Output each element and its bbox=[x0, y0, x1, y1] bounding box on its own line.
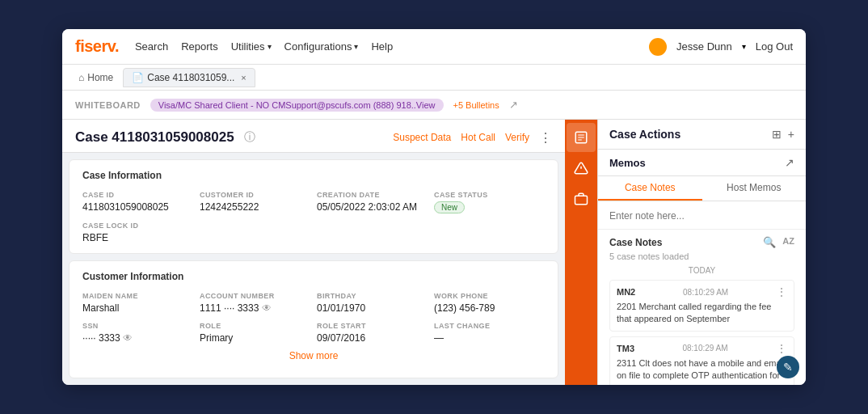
case-lock-id-label: CASE LOCK ID bbox=[82, 222, 193, 230]
note-text: 2201 Merchant called regarding the fee t… bbox=[617, 301, 787, 326]
sidebar-icons bbox=[565, 120, 597, 385]
case-title: Case 4118031059008025 bbox=[75, 129, 234, 146]
birthday-label: BIRTHDAY bbox=[317, 292, 428, 300]
external-link-icon[interactable]: ↗ bbox=[509, 99, 518, 111]
nav-utilities[interactable]: Utilities ▾ bbox=[231, 40, 272, 53]
note-item-header: MN2 08:10:29 AM ⋮ bbox=[617, 285, 787, 298]
hot-call-link[interactable]: Hot Call bbox=[461, 132, 495, 143]
tab-case[interactable]: 📄 Case 4118031059... × bbox=[123, 68, 255, 87]
tab-case-notes[interactable]: Case Notes bbox=[598, 176, 702, 201]
case-header: Case 4118031059008025 ⓘ Suspect Data Hot… bbox=[62, 120, 565, 153]
role-start-field: ROLE START 09/07/2016 bbox=[317, 322, 428, 344]
sort-az-icon[interactable]: AZ bbox=[782, 236, 794, 248]
tab-home[interactable]: ⌂ Home bbox=[72, 69, 120, 87]
customer-id-field: CUSTOMER ID 12424255222 bbox=[200, 191, 310, 213]
add-note-fab-button[interactable]: ✎ bbox=[777, 356, 799, 378]
whiteboard-label: WHITEBOARD bbox=[75, 100, 141, 110]
case-actions-row: Suspect Data Hot Call Verify ⋮ bbox=[393, 130, 552, 146]
ssn-value: ····· 3333 👁 bbox=[82, 332, 193, 344]
case-lock-id-value: RBFE bbox=[82, 232, 193, 243]
note-text: 2311 Clt does not have a mobile and emai… bbox=[617, 357, 787, 385]
status-badge: New bbox=[434, 201, 465, 213]
maiden-name-field: MAIDEN NAME Marshall bbox=[82, 292, 193, 314]
note-more-icon[interactable]: ⋮ bbox=[776, 342, 787, 355]
note-input-container bbox=[598, 201, 806, 230]
ssn-eye-icon[interactable]: 👁 bbox=[123, 332, 133, 344]
utilities-chevron-icon: ▾ bbox=[268, 42, 272, 51]
case-information-card: Case Information CASE ID 411803105900802… bbox=[69, 159, 558, 254]
case-id-value: 4118031059008025 bbox=[82, 201, 193, 213]
notes-loaded-count: 5 case notes loaded bbox=[609, 251, 794, 261]
tab-host-memos[interactable]: Host Memos bbox=[702, 176, 807, 201]
memos-header: Memos ↗ bbox=[598, 150, 806, 176]
nav-search[interactable]: Search bbox=[135, 40, 168, 53]
customer-id-value: 12424255222 bbox=[200, 201, 310, 213]
note-item-header: TM3 08:10:29 AM ⋮ bbox=[617, 342, 787, 355]
account-number-label: ACCOUNT NUMBER bbox=[200, 292, 310, 300]
maiden-name-value: Marshall bbox=[82, 302, 193, 314]
note-item: TM3 08:10:29 AM ⋮ 2311 Clt does not have… bbox=[609, 336, 794, 385]
memos-external-link-icon[interactable]: ↗ bbox=[785, 156, 794, 169]
case-id-field: CASE ID 4118031059008025 bbox=[82, 191, 193, 213]
note-item: MN2 08:10:29 AM ⋮ 2201 Merchant called r… bbox=[609, 280, 794, 332]
customer-information-card: Customer Information MAIDEN NAME Marshal… bbox=[69, 260, 558, 378]
right-panel-header: Case Actions ⊞ + bbox=[598, 120, 806, 150]
nav-right: Jesse Dunn ▾ Log Out bbox=[649, 38, 793, 56]
document-icon: 📄 bbox=[132, 72, 144, 83]
role-label: ROLE bbox=[200, 322, 310, 330]
nav-links: Search Reports Utilities ▾ Configuration… bbox=[135, 40, 649, 53]
customer-information-title: Customer Information bbox=[82, 271, 545, 282]
suspect-data-link[interactable]: Suspect Data bbox=[393, 132, 451, 143]
last-change-field: LAST CHANGE — bbox=[434, 322, 545, 344]
work-phone-value: (123) 456-789 bbox=[434, 302, 545, 314]
case-status-field: CASE STATUS New bbox=[434, 191, 545, 213]
tab-close-button[interactable]: × bbox=[241, 73, 246, 82]
creation-date-field: CREATION DATE 05/05/2022 2:03:02 AM bbox=[317, 191, 428, 213]
note-more-icon[interactable]: ⋮ bbox=[776, 285, 787, 298]
right-panel: Case Actions ⊞ + Memos ↗ Case Notes Host… bbox=[597, 120, 806, 385]
left-panel: Case 4118031059008025 ⓘ Suspect Data Hot… bbox=[62, 120, 565, 385]
show-more-button[interactable]: Show more bbox=[82, 344, 545, 368]
role-field: ROLE Primary bbox=[200, 322, 310, 344]
svg-rect-6 bbox=[575, 196, 588, 205]
memo-tabs: Case Notes Host Memos bbox=[598, 176, 806, 201]
bulletins-badge[interactable]: +5 Bulletins bbox=[453, 100, 499, 110]
customer-info-grid: MAIDEN NAME Marshall ACCOUNT NUMBER 1111… bbox=[82, 292, 545, 344]
verify-link[interactable]: Verify bbox=[505, 132, 529, 143]
case-information-title: Case Information bbox=[82, 170, 545, 181]
nav-help[interactable]: Help bbox=[371, 40, 393, 53]
logout-button[interactable]: Log Out bbox=[756, 40, 793, 53]
account-number-field: ACCOUNT NUMBER 1111 ···· 3333 👁 bbox=[200, 292, 310, 314]
nav-configurations[interactable]: Configurations ▾ bbox=[284, 40, 359, 53]
info-icon[interactable]: ⓘ bbox=[244, 130, 255, 145]
last-change-value: — bbox=[434, 332, 545, 344]
ssn-field: SSN ····· 3333 👁 bbox=[82, 322, 193, 344]
note-input[interactable] bbox=[609, 210, 794, 222]
user-chevron-icon: ▾ bbox=[742, 42, 746, 51]
creation-date-value: 05/05/2022 2:03:02 AM bbox=[317, 201, 428, 213]
note-author: MN2 bbox=[617, 287, 635, 297]
user-avatar bbox=[649, 38, 667, 56]
panel-expand-icon[interactable]: ⊞ bbox=[772, 128, 782, 141]
whiteboard-bar: WHITEBOARD Visa/MC Shared Client - NO CM… bbox=[62, 91, 806, 120]
sidebar-alert-icon[interactable] bbox=[567, 154, 596, 183]
maiden-name-label: MAIDEN NAME bbox=[82, 292, 193, 300]
case-lock-id-field: CASE LOCK ID RBFE bbox=[82, 222, 193, 243]
account-number-value: 1111 ···· 3333 👁 bbox=[200, 302, 310, 314]
search-icon[interactable]: 🔍 bbox=[763, 236, 776, 248]
sidebar-case-icon[interactable] bbox=[567, 123, 596, 152]
case-actions-title: Case Actions bbox=[609, 128, 680, 141]
nav-reports[interactable]: Reports bbox=[181, 40, 218, 53]
birthday-value: 01/01/1970 bbox=[317, 302, 428, 314]
case-notes-header: Case Notes 🔍 AZ bbox=[609, 236, 794, 248]
user-name[interactable]: Jesse Dunn bbox=[676, 40, 732, 53]
notes-scroll: Case Notes 🔍 AZ 5 case notes loaded TODA… bbox=[598, 230, 806, 385]
panel-add-icon[interactable]: + bbox=[788, 128, 794, 141]
sidebar-tools-icon[interactable] bbox=[567, 184, 596, 213]
birthday-field: BIRTHDAY 01/01/1970 bbox=[317, 292, 428, 314]
whiteboard-badge[interactable]: Visa/MC Shared Client - NO CMSupport@psc… bbox=[150, 99, 444, 112]
account-number-eye-icon[interactable]: 👁 bbox=[262, 302, 272, 314]
more-options-icon[interactable]: ⋮ bbox=[539, 130, 552, 146]
configurations-chevron-icon: ▾ bbox=[354, 42, 358, 51]
role-start-label: ROLE START bbox=[317, 322, 428, 330]
